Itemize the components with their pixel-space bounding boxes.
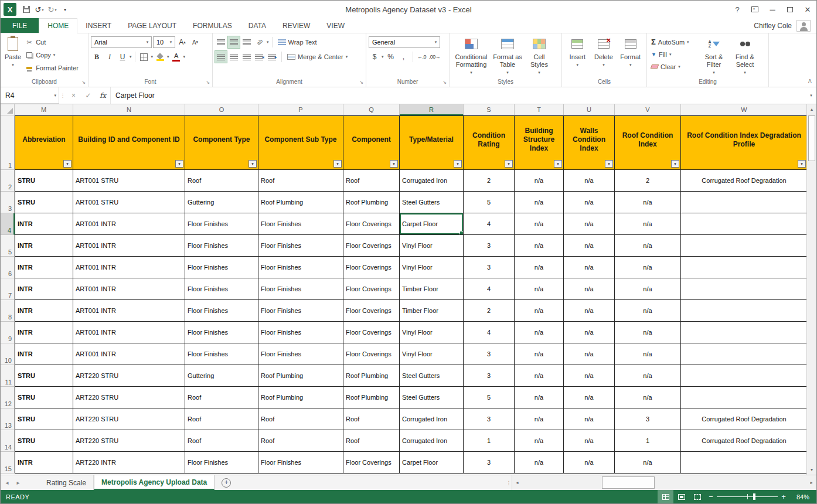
name-box-dropdown-icon[interactable]: ▾ bbox=[54, 93, 56, 98]
cell-O10[interactable]: Floor Finishes bbox=[185, 343, 258, 365]
cell-T6[interactable]: n/a bbox=[515, 257, 564, 278]
qat-customize-icon[interactable]: ▾ bbox=[59, 3, 71, 16]
column-header-P[interactable]: P bbox=[258, 104, 343, 115]
select-all-corner[interactable] bbox=[1, 104, 15, 115]
cell-Q7[interactable]: Floor Coverings bbox=[343, 278, 400, 300]
formula-bar-expand-icon[interactable]: ▾ bbox=[806, 87, 816, 104]
cell-V10[interactable]: n/a bbox=[615, 343, 681, 365]
borders-dropdown-icon[interactable]: ▾ bbox=[151, 55, 154, 59]
column-header-T[interactable]: T bbox=[515, 104, 564, 115]
align-right-button[interactable] bbox=[241, 51, 253, 63]
cell-O4[interactable]: Floor Finishes bbox=[185, 213, 258, 235]
row-header-6[interactable]: 6 bbox=[1, 257, 15, 278]
conditional-formatting-dropdown-icon[interactable]: ▾ bbox=[470, 69, 472, 76]
help-icon[interactable]: ? bbox=[729, 1, 746, 18]
cell-Q14[interactable]: Roof bbox=[343, 430, 400, 452]
cell-V15[interactable]: n/a bbox=[615, 452, 681, 474]
cell-U6[interactable]: n/a bbox=[564, 257, 615, 278]
cell-T10[interactable]: n/a bbox=[515, 343, 564, 365]
accounting-dropdown-icon[interactable]: ▾ bbox=[382, 55, 384, 59]
cell-Q2[interactable]: Roof bbox=[343, 170, 400, 192]
cell-W5[interactable] bbox=[681, 235, 806, 257]
column-header-V[interactable]: V bbox=[615, 104, 681, 115]
cell-P3[interactable]: Roof Plumbing bbox=[258, 192, 343, 213]
cell-N6[interactable]: ART001 INTR bbox=[73, 257, 185, 278]
cell-N4[interactable]: ART001 INTR bbox=[73, 213, 185, 235]
copy-button[interactable]: Copy ▾ bbox=[23, 49, 81, 62]
header-cell-N1[interactable]: Building ID and Component ID▾ bbox=[73, 115, 185, 170]
cell-P15[interactable]: Floor Finishes bbox=[258, 452, 343, 474]
cell-M12[interactable]: STRU bbox=[15, 387, 73, 408]
tab-file[interactable]: FILE bbox=[1, 18, 39, 33]
cell-O6[interactable]: Floor Finishes bbox=[185, 257, 258, 278]
tab-review[interactable]: REVIEW bbox=[274, 18, 318, 33]
cell-R7[interactable]: Timber Floor bbox=[400, 278, 464, 300]
cell-O3[interactable]: Guttering bbox=[185, 192, 258, 213]
alignment-dialog-launcher[interactable]: ↘ bbox=[358, 79, 365, 86]
cell-R5[interactable]: Vinyl Floor bbox=[400, 235, 464, 257]
filter-dropdown-button[interactable]: ▾ bbox=[175, 160, 183, 168]
cell-P12[interactable]: Roof Plumbing bbox=[258, 387, 343, 408]
cell-R10[interactable]: Vinyl Floor bbox=[400, 343, 464, 365]
cell-V6[interactable]: n/a bbox=[615, 257, 681, 278]
cell-W9[interactable] bbox=[681, 322, 806, 343]
cell-U9[interactable]: n/a bbox=[564, 322, 615, 343]
name-box[interactable]: R4 ▾ bbox=[1, 87, 59, 104]
cell-R15[interactable]: Carpet Floor bbox=[400, 452, 464, 474]
cell-O11[interactable]: Guttering bbox=[185, 365, 258, 387]
filter-dropdown-button[interactable]: ▾ bbox=[454, 160, 462, 168]
sort-filter-dropdown-icon[interactable]: ▾ bbox=[713, 69, 715, 76]
vertical-scroll-track[interactable] bbox=[807, 114, 816, 465]
avatar[interactable] bbox=[796, 20, 811, 32]
cell-M5[interactable]: INTR bbox=[15, 235, 73, 257]
filter-dropdown-button[interactable]: ▾ bbox=[248, 160, 257, 168]
header-cell-M1[interactable]: Abbreviation▾ bbox=[15, 115, 73, 170]
cell-P6[interactable]: Floor Finishes bbox=[258, 257, 343, 278]
zoom-out-button[interactable]: − bbox=[705, 492, 717, 501]
tab-page-layout[interactable]: PAGE LAYOUT bbox=[120, 18, 185, 33]
cell-O5[interactable]: Floor Finishes bbox=[185, 235, 258, 257]
cell-M15[interactable]: INTR bbox=[15, 452, 73, 474]
cell-T3[interactable]: n/a bbox=[515, 192, 564, 213]
column-header-R[interactable]: R bbox=[400, 104, 464, 115]
insert-function-button[interactable]: fx bbox=[96, 87, 110, 104]
cell-U12[interactable]: n/a bbox=[564, 387, 615, 408]
cell-W3[interactable] bbox=[681, 192, 806, 213]
cell-Q6[interactable]: Floor Coverings bbox=[343, 257, 400, 278]
column-header-N[interactable]: N bbox=[73, 104, 185, 115]
cell-N15[interactable]: ART220 INTR bbox=[73, 452, 185, 474]
cell-S4[interactable]: 4 bbox=[464, 213, 515, 235]
cell-T9[interactable]: n/a bbox=[515, 322, 564, 343]
minimize-button[interactable]: ─ bbox=[764, 1, 781, 18]
filter-dropdown-button[interactable]: ▾ bbox=[671, 160, 679, 168]
cell-U14[interactable]: n/a bbox=[564, 430, 615, 452]
cell-O9[interactable]: Floor Finishes bbox=[185, 322, 258, 343]
format-dropdown-icon[interactable]: ▾ bbox=[629, 61, 632, 69]
tab-formulas[interactable]: FORMULAS bbox=[185, 18, 240, 33]
sheet-tab-rating-scale[interactable]: Rating Scale bbox=[39, 475, 94, 490]
cell-W8[interactable] bbox=[681, 300, 806, 322]
zoom-slider[interactable] bbox=[717, 490, 778, 503]
font-size-select[interactable]: 10 ▾ bbox=[153, 36, 175, 48]
sort-filter-button[interactable]: AZ Sort & Filter ▾ bbox=[699, 35, 729, 77]
cell-T4[interactable]: n/a bbox=[515, 213, 564, 235]
cell-T2[interactable]: n/a bbox=[515, 170, 564, 192]
cell-P2[interactable]: Roof bbox=[258, 170, 343, 192]
column-header-U[interactable]: U bbox=[564, 104, 615, 115]
autosum-dropdown-icon[interactable]: ▾ bbox=[687, 40, 689, 45]
middle-align-button[interactable] bbox=[228, 36, 240, 48]
cell-R4[interactable]: Carpet Floor bbox=[400, 213, 464, 235]
undo-dropdown-icon[interactable]: ▾ bbox=[42, 8, 43, 12]
cell-R13[interactable]: Corrugated Iron bbox=[400, 408, 464, 430]
format-as-table-button[interactable]: Format as Table ▾ bbox=[491, 35, 525, 77]
row-header-10[interactable]: 10 bbox=[1, 343, 15, 365]
cell-R12[interactable]: Steel Gutters bbox=[400, 387, 464, 408]
cell-S10[interactable]: 3 bbox=[464, 343, 515, 365]
cell-O15[interactable]: Floor Finishes bbox=[185, 452, 258, 474]
cell-N10[interactable]: ART001 INTR bbox=[73, 343, 185, 365]
row-header-3[interactable]: 3 bbox=[1, 192, 15, 213]
cell-styles-button[interactable]: Cell Styles ▾ bbox=[525, 35, 554, 77]
cell-M3[interactable]: STRU bbox=[15, 192, 73, 213]
underline-dropdown-icon[interactable]: ▾ bbox=[130, 55, 132, 59]
accounting-format-button[interactable]: $ bbox=[369, 51, 380, 63]
